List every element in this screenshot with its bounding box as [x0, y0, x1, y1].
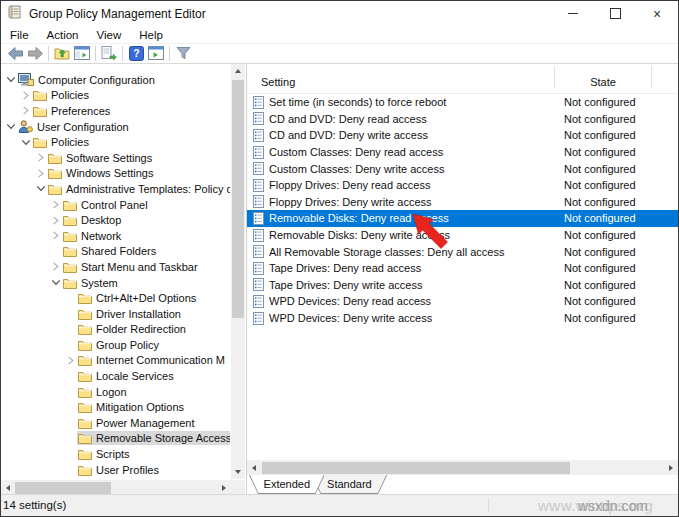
list-row[interactable]: All Removable Storage classes: Deny all …	[247, 243, 678, 260]
list-row[interactable]: Removable Disks: Deny read accessNot con…	[247, 210, 678, 227]
tree-item-windows-settings[interactable]: Windows Settings	[1, 166, 230, 182]
tree-item-network[interactable]: Network	[1, 228, 230, 244]
title-bar: Group Policy Management Editor ×	[1, 1, 678, 26]
menu-item-action[interactable]: Action	[38, 28, 88, 42]
tree-item-label: Policies	[51, 88, 89, 102]
tree-item-preferences[interactable]: Preferences	[1, 103, 230, 119]
tree-item-policies[interactable]: Policies	[1, 134, 230, 150]
chevron-down-icon[interactable]	[19, 138, 32, 147]
tree-item-user-configuration[interactable]: User Configuration	[1, 119, 230, 135]
chevron-right-icon[interactable]	[64, 356, 77, 365]
minimize-button[interactable]	[552, 1, 594, 26]
tab-extended[interactable]: Extended	[249, 475, 325, 494]
scroll-right-icon[interactable]	[664, 461, 678, 475]
tree-item-label: Start Menu and Taskbar	[81, 260, 198, 274]
menu-item-file[interactable]: File	[1, 28, 38, 42]
column-header-state[interactable]: State	[554, 66, 652, 88]
tree-item-removable-storage-access[interactable]: Removable Storage Access	[1, 431, 230, 447]
maximize-button[interactable]	[594, 1, 636, 26]
setting-name: Custom Classes: Deny read access	[269, 146, 443, 158]
list-row[interactable]: WPD Devices: Deny read accessNot configu…	[247, 293, 678, 310]
policy-setting-icon	[253, 195, 264, 208]
list-row[interactable]: WPD Devices: Deny write accessNot config…	[247, 310, 678, 327]
setting-state: Not configured	[564, 279, 636, 291]
tree-item-group-policy[interactable]: Group Policy	[1, 337, 230, 353]
export-list-icon[interactable]	[99, 45, 119, 62]
menu-item-help[interactable]: Help	[130, 28, 172, 42]
list-row[interactable]: Custom Classes: Deny read accessNot conf…	[247, 144, 678, 161]
tree-item-ctrl-alt-del-options[interactable]: Ctrl+Alt+Del Options	[1, 290, 230, 306]
folder-icon	[78, 323, 92, 335]
chevron-down-icon[interactable]	[49, 278, 62, 287]
back-icon[interactable]	[5, 45, 25, 62]
scroll-down-icon[interactable]	[231, 465, 245, 479]
list-row[interactable]: Custom Classes: Deny write accessNot con…	[247, 160, 678, 177]
list-row[interactable]: Set time (in seconds) to force rebootNot…	[247, 94, 678, 111]
window-title: Group Policy Management Editor	[29, 7, 206, 21]
chevron-down-icon[interactable]	[34, 184, 47, 193]
tree-item-software-settings[interactable]: Software Settings	[1, 150, 230, 166]
tree-vscroll-thumb[interactable]	[232, 80, 244, 318]
forward-icon[interactable]	[25, 45, 45, 62]
scroll-up-icon[interactable]	[231, 64, 245, 78]
setting-name: WPD Devices: Deny read access	[269, 295, 431, 307]
tree-hscroll-thumb[interactable]	[15, 482, 111, 494]
tree-item-user-profiles[interactable]: User Profiles	[1, 462, 230, 478]
close-button[interactable]: ×	[636, 1, 678, 26]
tree-horizontal-scrollbar[interactable]	[1, 480, 231, 495]
tree-item-label: Folder Redirection	[96, 322, 186, 336]
filter-icon[interactable]	[173, 45, 193, 62]
tree-item-control-panel[interactable]: Control Panel	[1, 197, 230, 213]
chevron-right-icon[interactable]	[34, 153, 47, 162]
scroll-left-icon[interactable]	[1, 481, 15, 495]
list-row[interactable]: Tape Drives: Deny write accessNot config…	[247, 277, 678, 294]
setting-state: Not configured	[564, 113, 636, 125]
tree-item-power-management[interactable]: Power Management	[1, 415, 230, 431]
tree-item-locale-services[interactable]: Locale Services	[1, 368, 230, 384]
column-header-setting[interactable]: Setting	[261, 76, 295, 88]
chevron-right-icon[interactable]	[49, 216, 62, 225]
list-row[interactable]: Removable Disks: Deny write accessNot co…	[247, 227, 678, 244]
list-row[interactable]: Floppy Drives: Deny read accessNot confi…	[247, 177, 678, 194]
policy-setting-icon	[253, 162, 264, 175]
scroll-right-icon[interactable]	[217, 481, 231, 495]
tree-item-start-menu-and-taskbar[interactable]: Start Menu and Taskbar	[1, 259, 230, 275]
list-row[interactable]: CD and DVD: Deny write accessNot configu…	[247, 127, 678, 144]
list-row[interactable]: CD and DVD: Deny read accessNot configur…	[247, 111, 678, 128]
tree-vertical-scrollbar[interactable]	[231, 64, 245, 479]
chevron-right-icon[interactable]	[49, 200, 62, 209]
folder-icon	[78, 448, 92, 460]
show-console-tree-icon[interactable]	[72, 45, 92, 62]
list-horizontal-scrollbar[interactable]	[247, 460, 678, 475]
status-bar: 14 setting(s) www.wintips.org wsxdn.com	[1, 494, 678, 516]
up-one-level-icon[interactable]	[52, 45, 72, 62]
list-hscroll-thumb[interactable]	[262, 462, 570, 474]
tree-item-shared-folders[interactable]: Shared Folders	[1, 244, 230, 260]
tree-item-internet-communication-m[interactable]: Internet Communication M	[1, 353, 230, 369]
tree-item-mitigation-options[interactable]: Mitigation Options	[1, 399, 230, 415]
tree-item-system[interactable]: System	[1, 275, 230, 291]
tree-item-administrative-templates-policy-de[interactable]: Administrative Templates: Policy de	[1, 181, 230, 197]
help-icon[interactable]: ?	[126, 45, 146, 62]
chevron-right-icon[interactable]	[34, 169, 47, 178]
taskpad-view-icon[interactable]	[146, 45, 166, 62]
menu-item-view[interactable]: View	[88, 28, 131, 42]
chevron-right-icon[interactable]	[49, 231, 62, 240]
chevron-right-icon[interactable]	[19, 106, 32, 115]
setting-state: Not configured	[564, 295, 636, 307]
tree-item-scripts[interactable]: Scripts	[1, 446, 230, 462]
tree-item-computer-configuration[interactable]: Computer Configuration	[1, 72, 230, 88]
chevron-right-icon[interactable]	[49, 262, 62, 271]
chevron-down-icon[interactable]	[4, 122, 17, 131]
chevron-down-icon[interactable]	[4, 75, 17, 84]
list-row[interactable]: Floppy Drives: Deny write accessNot conf…	[247, 194, 678, 211]
tree-item-logon[interactable]: Logon	[1, 384, 230, 400]
tree-item-folder-redirection[interactable]: Folder Redirection	[1, 322, 230, 338]
tree-item-policies[interactable]: Policies	[1, 88, 230, 104]
tree-item-desktop[interactable]: Desktop	[1, 212, 230, 228]
chevron-right-icon[interactable]	[19, 91, 32, 100]
list-row[interactable]: Tape Drives: Deny read accessNot configu…	[247, 260, 678, 277]
setting-state: Not configured	[564, 163, 636, 175]
scroll-left-icon[interactable]	[247, 461, 261, 475]
tree-item-driver-installation[interactable]: Driver Installation	[1, 306, 230, 322]
